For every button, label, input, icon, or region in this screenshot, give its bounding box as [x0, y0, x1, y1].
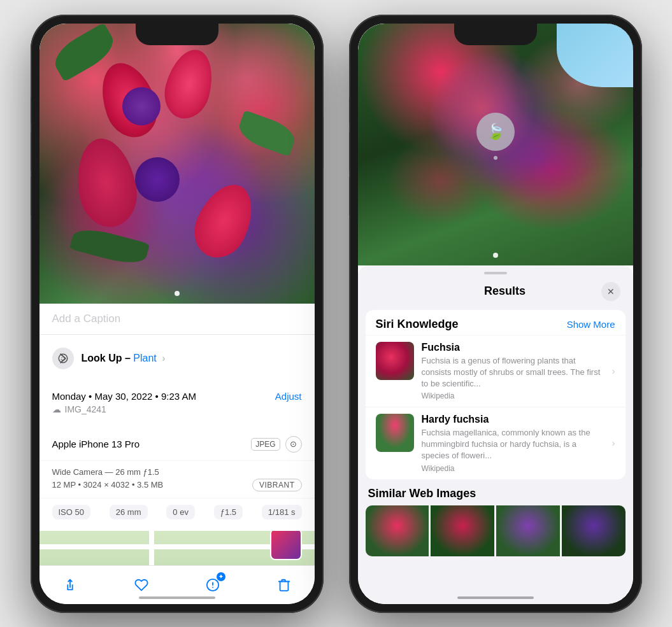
volume-down-button: [31, 177, 31, 215]
lookup-row[interactable]: Look Up – Plant ›: [39, 340, 315, 377]
visual-lookup-bubble[interactable]: 🍃: [476, 113, 515, 151]
mute-button: [31, 97, 31, 123]
volume-up-button-2: [349, 132, 350, 171]
svg-point-1: [61, 357, 62, 358]
leaf-icon: 🍃: [486, 123, 505, 141]
siri-knowledge-title: Siri Knowledge: [376, 318, 459, 331]
svg-point-0: [59, 354, 68, 363]
map-road-vertical: [149, 531, 154, 565]
similar-images-grid: [366, 505, 626, 556]
photo-date: Monday • May 30, 2022 • 9:23 AM: [52, 391, 196, 402]
notch: [136, 24, 218, 45]
lookup-icon: [52, 348, 74, 369]
show-more-button[interactable]: Show More: [567, 319, 615, 330]
info-badge: ✦: [217, 572, 225, 581]
power-button-2: [641, 116, 642, 167]
page-dot-indicator-2: [493, 253, 498, 258]
metadata-section: Monday • May 30, 2022 • 9:23 AM Adjust ☁…: [39, 382, 315, 423]
caption-area: Add a Caption: [39, 304, 315, 335]
exif-iso: ISO 50: [52, 505, 90, 519]
knowledge-item-fuchsia[interactable]: Fuchsia Fuchsia is a genus of flowering …: [366, 335, 626, 407]
exif-ev: 0 ev: [166, 505, 195, 519]
exif-aperture: ƒ1.5: [214, 505, 243, 519]
fuchsia-thumbnail: [376, 342, 414, 380]
exif-focal: 26 mm: [110, 505, 148, 519]
exif-row: ISO 50 26 mm 0 ev ƒ1.5 1/181 s: [39, 498, 315, 526]
home-indicator-2: [457, 596, 534, 599]
fuchsia-source: Wikipedia: [422, 391, 604, 400]
cloud-icon: ☁: [52, 404, 61, 414]
power-button: [323, 116, 324, 167]
camera-line1: Wide Camera — 26 mm ƒ1.5: [52, 467, 302, 477]
close-button[interactable]: ✕: [601, 282, 620, 301]
phone-1: Add a Caption Look Up –: [31, 15, 324, 613]
similar-image-4[interactable]: [562, 505, 626, 556]
lookup-subject: Plant: [133, 353, 156, 363]
date-row: Monday • May 30, 2022 • 9:23 AM Adjust: [52, 391, 302, 402]
phone-1-content: Add a Caption Look Up –: [39, 24, 315, 604]
lookup-text: Look Up – Plant ›: [82, 353, 166, 364]
similar-images-title: Similar Web Images: [366, 487, 626, 500]
hardy-description: Fuchsia magellanica, commonly known as t…: [422, 427, 604, 462]
lookup-label: Look Up –: [82, 353, 131, 363]
siri-knowledge-header: Siri Knowledge Show More: [366, 310, 626, 335]
style-badge: VIBRANT: [252, 479, 302, 491]
svg-point-2: [64, 357, 65, 358]
photo-view[interactable]: [39, 24, 315, 304]
volume-up-button: [31, 132, 31, 171]
phone-2: 🍃 Results ✕ Siri K: [349, 15, 642, 613]
fuchsia-name: Fuchsia: [422, 342, 604, 353]
hardy-name: Hardy fuchsia: [422, 414, 604, 425]
location-icon[interactable]: ⊙: [285, 436, 302, 453]
device-section: Apple iPhone 13 Pro JPEG ⊙ Wide Camera —…: [39, 428, 315, 526]
camera-specs: Wide Camera — 26 mm ƒ1.5 12 MP • 3024 × …: [39, 461, 315, 498]
delete-button[interactable]: [273, 574, 296, 596]
camera-mp: 12 MP • 3024 × 4032 • 3.5 MB: [52, 480, 164, 490]
map-section[interactable]: [39, 531, 315, 565]
adjust-button[interactable]: Adjust: [275, 391, 302, 402]
hardy-thumb-image: [376, 414, 414, 452]
hardy-text: Hardy fuchsia Fuchsia magellanica, commo…: [422, 414, 604, 473]
filename-row: ☁ IMG_4241: [52, 404, 302, 414]
fuchsia-description: Fuchsia is a genus of flowering plants t…: [422, 355, 604, 390]
similar-image-2[interactable]: [431, 505, 494, 556]
device-name: Apple iPhone 13 Pro: [52, 439, 140, 449]
caption-placeholder[interactable]: Add a Caption: [52, 313, 121, 325]
hardy-source: Wikipedia: [422, 464, 604, 473]
phone2-photo[interactable]: 🍃: [358, 24, 633, 265]
share-button[interactable]: [59, 574, 82, 596]
volume-down-button-2: [349, 177, 350, 215]
hardy-thumbnail: [376, 414, 414, 452]
map-thumbnail: [270, 531, 302, 560]
similar-image-1[interactable]: [366, 505, 429, 556]
exif-shutter: 1/181 s: [262, 505, 302, 519]
phone-2-screen: 🍃 Results ✕ Siri K: [358, 24, 633, 604]
home-indicator: [139, 596, 215, 599]
notch-2: [454, 24, 537, 45]
format-badge: JPEG: [251, 438, 280, 451]
fuchsia-text: Fuchsia Fuchsia is a genus of flowering …: [422, 342, 604, 401]
info-button[interactable]: ✦: [201, 574, 224, 596]
flower-center-1: [122, 87, 161, 125]
device-row: Apple iPhone 13 Pro JPEG ⊙: [39, 428, 315, 461]
knowledge-item-hardy[interactable]: Hardy fuchsia Fuchsia magellanica, commo…: [366, 407, 626, 479]
phone-1-screen: Add a Caption Look Up –: [39, 24, 315, 604]
lookup-chevron-icon: ›: [162, 353, 165, 363]
camera-line2: 12 MP • 3024 × 4032 • 3.5 MB VIBRANT: [52, 479, 302, 491]
hardy-chevron-icon: ›: [612, 438, 615, 448]
similar-web-images-section: Similar Web Images: [366, 487, 626, 556]
phone-2-content: 🍃 Results ✕ Siri K: [358, 24, 633, 604]
results-title: Results: [409, 285, 601, 298]
fuchsia-thumb-image: [376, 342, 414, 380]
results-sheet: Results ✕ Siri Knowledge Show More: [358, 265, 633, 604]
filename: IMG_4241: [65, 404, 106, 414]
results-header: Results ✕: [358, 274, 633, 306]
device-badges: JPEG ⊙: [251, 436, 301, 453]
page-dot-indicator: [175, 291, 180, 296]
favorite-button[interactable]: [130, 574, 153, 596]
flower-center-2: [135, 157, 180, 202]
siri-dot: [494, 156, 497, 160]
siri-knowledge-section: Siri Knowledge Show More Fuchsia Fuchsia…: [366, 310, 626, 479]
mute-button-2: [349, 97, 350, 123]
similar-image-3[interactable]: [496, 505, 560, 556]
